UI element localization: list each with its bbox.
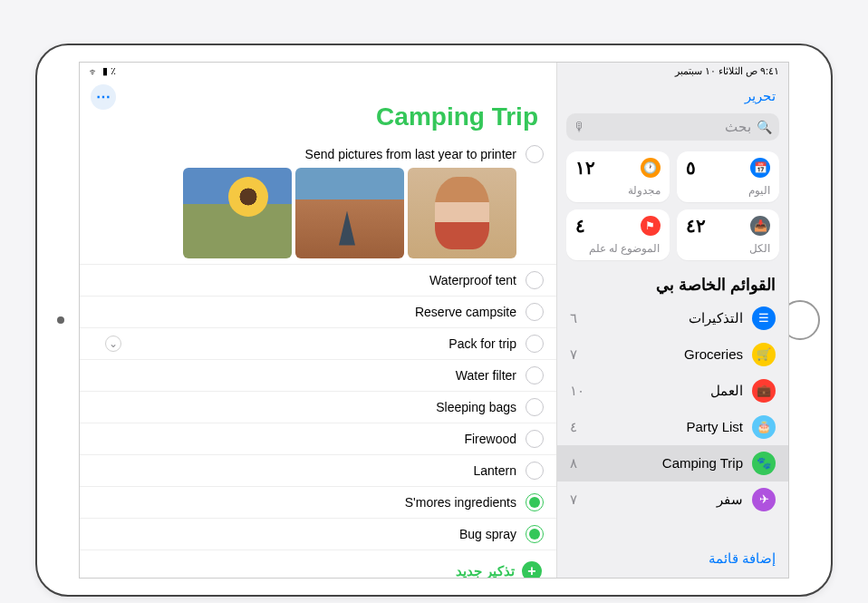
list-count: ٦ xyxy=(570,310,577,326)
battery-icon: ▮ ٪ xyxy=(102,65,116,77)
reminders-list: Send pictures from last year to printer … xyxy=(80,139,556,550)
reminder-item[interactable]: Water filter xyxy=(80,360,556,392)
plus-icon: + xyxy=(522,561,542,579)
reminder-item[interactable]: Send pictures from last year to printer xyxy=(80,139,556,166)
reminder-item[interactable]: Reserve campsite xyxy=(80,297,556,328)
list-title: Camping Trip xyxy=(80,81,556,139)
search-icon: 🔍 xyxy=(757,120,772,134)
all-label: الكل xyxy=(686,242,771,255)
calendar-icon: 📅 xyxy=(750,158,770,178)
reminder-text: Send pictures from last year to printer xyxy=(305,147,516,161)
list-icon: ☰ xyxy=(752,306,776,330)
today-count: ٥ xyxy=(686,157,696,179)
my-lists: ☰ التذكيرات ٦ 🛒 Groceries ٧ 💼 العمل ١٠ 🎂… xyxy=(557,300,788,518)
list-icon: 🎂 xyxy=(752,415,776,439)
reminder-text: Firewood xyxy=(464,432,516,446)
mic-icon[interactable]: 🎙 xyxy=(574,120,586,134)
status-bar: ᯤ ▮ ٪ ٩:٤١ ص الثلاثاء ١٠ سبتمبر xyxy=(80,63,788,81)
reminder-item[interactable]: Lantern xyxy=(80,455,556,487)
front-camera xyxy=(57,316,64,324)
list-icon: 💼 xyxy=(752,379,776,403)
list-name: Party List xyxy=(686,419,743,434)
reminder-checkbox[interactable] xyxy=(526,271,544,289)
ipad-frame: ᯤ ▮ ٪ ٩:٤١ ص الثلاثاء ١٠ سبتمبر تحرير 🔍 … xyxy=(0,18,868,603)
reminder-item[interactable]: Bug spray xyxy=(80,519,556,550)
smart-flagged[interactable]: ⚑ ٤ الموضوع له علم xyxy=(566,209,670,260)
sidebar-list-item[interactable]: 🛒 Groceries ٧ xyxy=(557,336,788,373)
list-count: ٧ xyxy=(570,346,577,363)
list-name: سفر xyxy=(717,491,743,508)
list-name: Groceries xyxy=(684,346,743,362)
flagged-count: ٤ xyxy=(575,215,585,237)
sidebar-list-item[interactable]: 🎂 Party List ٤ xyxy=(557,409,788,445)
list-count: ٨ xyxy=(570,455,577,472)
photo-thumbnail[interactable] xyxy=(408,168,516,258)
search-placeholder: بحث xyxy=(725,119,751,135)
search-input[interactable]: 🔍 بحث 🎙 xyxy=(566,113,779,141)
list-icon: ✈ xyxy=(752,488,776,511)
reminder-text: Waterproof tent xyxy=(429,273,516,287)
all-count: ٤٢ xyxy=(686,215,706,237)
add-list-button[interactable]: إضافة قائمة xyxy=(557,540,788,578)
sidebar-list-item[interactable]: ☰ التذكيرات ٦ xyxy=(557,300,788,336)
reminder-checkbox[interactable] xyxy=(526,335,544,353)
reminder-checkbox[interactable] xyxy=(526,462,544,480)
reminder-text: Pack for trip xyxy=(448,336,516,351)
more-button[interactable]: ⋯ xyxy=(91,84,116,110)
tray-icon: 📥 xyxy=(750,216,770,236)
reminder-item[interactable]: S'mores ingredients xyxy=(80,487,556,519)
list-count: ٧ xyxy=(570,491,577,508)
today-label: اليوم xyxy=(686,184,771,197)
sidebar-list-item[interactable]: 💼 العمل ١٠ xyxy=(557,373,788,409)
my-lists-title: القوائم الخاصة بي xyxy=(557,266,788,300)
list-count: ١٠ xyxy=(570,383,584,399)
reminder-checkbox[interactable] xyxy=(526,430,544,448)
reminder-text: Bug spray xyxy=(459,527,516,541)
screen: ᯤ ▮ ٪ ٩:٤١ ص الثلاثاء ١٠ سبتمبر تحرير 🔍 … xyxy=(79,62,789,579)
reminder-item[interactable]: Waterproof tent xyxy=(80,265,556,297)
reminder-checkbox[interactable] xyxy=(526,366,544,384)
reminder-text: Water filter xyxy=(456,368,516,383)
reminder-checkbox[interactable] xyxy=(526,525,544,543)
edit-button[interactable]: تحرير xyxy=(557,84,788,108)
reminder-checkbox[interactable] xyxy=(526,493,544,511)
sidebar-list-item[interactable]: ✈ سفر ٧ xyxy=(557,481,788,518)
photo-thumbnail[interactable] xyxy=(183,168,292,258)
list-detail: ⋯ Camping Trip Send pictures from last y… xyxy=(80,63,556,578)
ipad-body: ᯤ ▮ ٪ ٩:٤١ ص الثلاثاء ١٠ سبتمبر تحرير 🔍 … xyxy=(35,44,833,597)
reminder-text: Reserve campsite xyxy=(415,305,516,319)
reminder-attachments xyxy=(80,166,556,265)
list-icon: 🛒 xyxy=(752,343,776,366)
reminder-item[interactable]: Firewood xyxy=(80,423,556,455)
reminder-text: S'mores ingredients xyxy=(405,495,516,510)
photo-thumbnail[interactable] xyxy=(295,168,404,258)
sidebar: تحرير 🔍 بحث 🎙 📅 ٥ اليوم xyxy=(556,63,788,578)
wifi-icon: ᯤ xyxy=(89,66,99,77)
clock-icon: 🕐 xyxy=(641,158,661,178)
status-time: ٩:٤١ ص الثلاثاء ١٠ سبتمبر xyxy=(675,64,779,79)
reminder-item[interactable]: ⌄ Pack for trip xyxy=(80,328,556,360)
smart-all[interactable]: 📥 ٤٢ الكل xyxy=(677,209,780,260)
scheduled-count: ١٢ xyxy=(575,157,595,179)
list-icon: 🐾 xyxy=(752,452,776,475)
reminder-checkbox[interactable] xyxy=(526,398,544,416)
chevron-down-icon[interactable]: ⌄ xyxy=(105,336,121,352)
scheduled-label: مجدولة xyxy=(575,184,661,197)
sidebar-list-item[interactable]: 🐾 Camping Trip ٨ xyxy=(557,445,788,481)
new-reminder-button[interactable]: تذكير جديد + xyxy=(80,550,556,579)
flag-icon: ⚑ xyxy=(641,216,661,236)
smart-scheduled[interactable]: 🕐 ١٢ مجدولة xyxy=(566,151,670,202)
reminder-checkbox[interactable] xyxy=(526,145,544,163)
list-name: Camping Trip xyxy=(662,455,743,471)
list-name: التذكيرات xyxy=(689,310,743,326)
smart-lists: 📅 ٥ اليوم 🕐 ١٢ مجدولة xyxy=(557,146,788,266)
status-left: ᯤ ▮ ٪ xyxy=(89,64,116,79)
list-count: ٤ xyxy=(570,419,577,435)
reminder-text: Lantern xyxy=(474,463,516,478)
reminder-checkbox[interactable] xyxy=(526,303,544,321)
reminder-item[interactable]: Sleeping bags xyxy=(80,392,556,423)
list-name: العمل xyxy=(710,383,743,399)
new-reminder-label: تذكير جديد xyxy=(456,563,515,579)
smart-today[interactable]: 📅 ٥ اليوم xyxy=(677,151,780,202)
flagged-label: الموضوع له علم xyxy=(575,242,661,255)
